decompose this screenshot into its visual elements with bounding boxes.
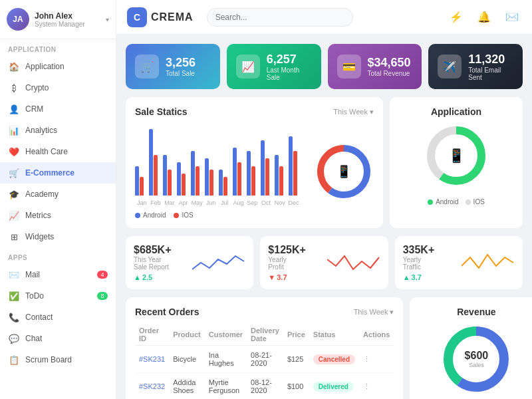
crm-icon: 👤 [8, 103, 20, 115]
sidebar-item-metrics[interactable]: 📈 Metrics [0, 205, 116, 226]
email-stat-value: 11,320 [468, 53, 513, 66]
sidebar-item-todo[interactable]: ✅ ToDo 8 [0, 285, 116, 307]
totalsale-label: Total Sale [166, 70, 196, 77]
legend-ios: IOS [174, 211, 193, 219]
user-role: System Manager [35, 21, 106, 28]
stats-row: 🛒 3,256 Total Sale 📈 6,257 Last Month Sa… [126, 44, 523, 89]
action-dots-icon[interactable]: ⋮ [363, 382, 370, 390]
mini-stat-profit: $125K+ Yearly Profit ▼ 3.7 [260, 236, 388, 289]
translate-icon[interactable]: ⚡ [447, 8, 466, 27]
order-date-cell: 08-12-2020 [247, 373, 283, 400]
mini-stat-traffic-value: 335K+ [403, 244, 455, 256]
android-bar [289, 136, 293, 196]
sidebar-item-contact[interactable]: 📞 Contact [0, 307, 116, 328]
order-actions-cell[interactable]: ⋮ [359, 346, 394, 373]
orders-period[interactable]: This Week ▾ [354, 308, 394, 317]
ios-bar [279, 166, 283, 196]
ios-bar [182, 174, 186, 196]
android-dot [135, 213, 140, 218]
status-badge: Delivered [313, 382, 354, 392]
sidebar-item-chat[interactable]: 💬 Chat [0, 328, 116, 349]
bar-group [149, 129, 161, 196]
sale-statics-title: Sale Statics [135, 106, 188, 117]
user-profile[interactable]: JA John Alex System Manager ▾ [0, 0, 116, 39]
android-bar [177, 162, 181, 196]
revenue-stat-label: Total Revenue [368, 70, 411, 77]
sidebar-item-mail[interactable]: ✉️ Mail 4 [0, 264, 116, 285]
notification-icon[interactable]: 🔔 [475, 8, 493, 27]
chart-month-label: Dec [287, 200, 301, 206]
bar-group [205, 158, 217, 196]
app-legend: Android IOS [428, 198, 485, 205]
analytics-icon: 📊 [8, 124, 20, 136]
ecommerce-icon: 🛒 [8, 167, 20, 179]
col-status: Status [309, 324, 359, 346]
ios-bar [237, 162, 241, 196]
app-donut-icon: 📱 [448, 148, 465, 164]
mini-stat-profit-label2: Profit [268, 263, 320, 271]
ios-bar [209, 170, 213, 196]
nav-section-application: Application [0, 39, 116, 56]
sidebar-item-ecommerce[interactable]: 🛒 E-Commerce [0, 162, 116, 184]
stat-card-revenue: 💳 $34,650 Total Revenue [328, 44, 422, 89]
chart-month-label: May [190, 200, 204, 206]
revenue-donut: $600 Sales [440, 323, 513, 396]
order-date-cell: 08-21-2020 [247, 346, 283, 373]
sidebar-item-academy[interactable]: 🎓 Academy [0, 184, 116, 205]
sidebar-item-analytics[interactable]: 📊 Analytics [0, 120, 116, 141]
action-dots-icon[interactable]: ⋮ [363, 355, 370, 363]
app-ios-dot [466, 200, 471, 205]
metrics-icon: 📈 [8, 209, 20, 221]
lastmonth-icon: 📈 [236, 55, 260, 78]
application-card: Application 📱 Android [390, 97, 523, 228]
academy-icon: 🎓 [8, 188, 20, 200]
email-header-icon[interactable]: ✉️ [503, 8, 521, 27]
search-input[interactable] [207, 8, 353, 27]
app-donut: 📱 [423, 122, 489, 189]
bar-group [289, 136, 301, 196]
revenue-title: Revenue [457, 307, 495, 317]
order-actions-cell[interactable]: ⋮ [359, 373, 394, 400]
revenue-stat-icon: 💳 [337, 55, 361, 78]
order-id-cell[interactable]: #SK232 [135, 373, 169, 400]
sidebar-item-scrumboard[interactable]: 📋 Scrum Board [0, 349, 116, 370]
sparkline-traffic [462, 249, 515, 276]
bar-group [191, 151, 203, 196]
col-actions: Actions [359, 324, 394, 346]
ios-dot [174, 213, 179, 218]
chat-icon: 💬 [8, 332, 20, 344]
sidebar-item-crm[interactable]: 👤 CRM [0, 98, 116, 120]
app-legend-ios: IOS [466, 198, 485, 205]
android-bar [233, 148, 237, 196]
mail-icon: ✉️ [8, 269, 20, 281]
logo-text: CREMA [151, 11, 194, 23]
table-header-row: Order ID Product Customer Delivery Date … [135, 324, 394, 346]
ios-bar [154, 155, 158, 196]
android-bar [149, 129, 153, 196]
orders-table: Order ID Product Customer Delivery Date … [135, 324, 394, 399]
ios-bar [140, 177, 144, 196]
healthcare-icon: ❤️ [8, 146, 20, 158]
user-name: John Alex [35, 11, 106, 21]
sale-statics-period[interactable]: This Week ▾ [333, 108, 374, 116]
mini-stat-traffic: 335K+ Yearly Traffic ▲ 3.7 [395, 236, 523, 289]
mini-stat-profit-change: ▼ 3.7 [268, 273, 320, 281]
app-legend-android: Android [428, 198, 458, 205]
widgets-icon: ⊞ [8, 231, 20, 243]
chart-month-label: Apr [176, 200, 190, 206]
sidebar-item-application[interactable]: 🏠 Application [0, 56, 116, 77]
sidebar-item-crypto[interactable]: ₿ Crypto [0, 77, 116, 98]
bar-group [233, 148, 245, 196]
nav-section-apps: Apps [0, 247, 116, 264]
mini-stats-row: $685K+ This Year Sale Report ▲ 2.5 $125K… [126, 236, 523, 289]
mini-stat-profit-label1: Yearly [268, 256, 320, 263]
table-row: #SK231 Bicycle Ina Hughes 08-21-2020 $12… [135, 346, 394, 373]
sidebar-item-healthcare[interactable]: ❤️ Health Care [0, 141, 116, 162]
sidebar-item-widgets[interactable]: ⊞ Widgets [0, 226, 116, 247]
app-android-dot [428, 200, 433, 205]
order-product-cell: Addida Shoes [169, 373, 205, 400]
sale-statics-card: Sale Statics This Week ▾ JanFebMarAprMay… [126, 97, 383, 228]
chart-month-label: Sep [245, 200, 259, 206]
order-id-cell[interactable]: #SK231 [135, 346, 169, 373]
col-product: Product [169, 324, 205, 346]
